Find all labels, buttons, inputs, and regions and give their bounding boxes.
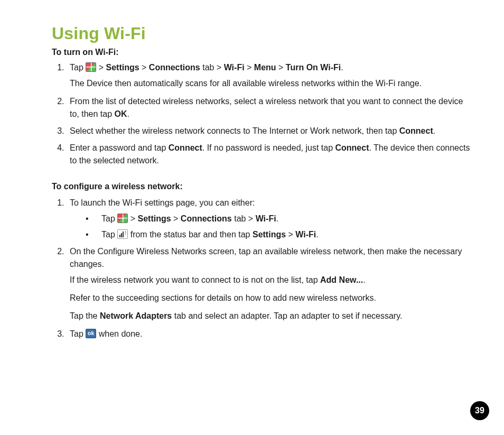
text: Select whether the wireless network conn… bbox=[70, 126, 399, 135]
turn-on-steps: Tap > Settings > Connections tab > Wi-Fi… bbox=[52, 61, 472, 167]
network-adapters-label: Network Adapters bbox=[100, 311, 172, 320]
option-b: Tap from the status bar and then tap Set… bbox=[86, 228, 472, 241]
text: > bbox=[128, 214, 137, 223]
nav-wifi: Wi-Fi bbox=[224, 63, 245, 72]
text: Tap bbox=[70, 329, 86, 338]
page-number-badge: 39 bbox=[470, 401, 489, 420]
text: . bbox=[127, 109, 129, 118]
cfg-step-2: On the Configure Wireless Networks scree… bbox=[67, 245, 472, 322]
nav-menu: Menu bbox=[254, 63, 276, 72]
section-turn-on-heading: To turn on Wi-Fi: bbox=[52, 48, 472, 57]
text: Refer to the succeeding sections for det… bbox=[70, 292, 472, 304]
nav-settings: Settings bbox=[253, 230, 286, 239]
text: Tap bbox=[101, 214, 117, 223]
signal-icon bbox=[117, 229, 128, 239]
step-2: From the list of detected wireless netwo… bbox=[67, 95, 472, 121]
cfg-step-3: Tap when done. bbox=[67, 328, 472, 340]
text: . bbox=[276, 214, 278, 223]
nav-wifi: Wi-Fi bbox=[256, 214, 276, 223]
text: > bbox=[96, 63, 106, 72]
nav-wifi: Wi-Fi bbox=[295, 230, 316, 239]
manual-page: Using Wi-Fi To turn on Wi-Fi: Tap > Sett… bbox=[0, 0, 504, 340]
page-title: Using Wi-Fi bbox=[52, 24, 472, 43]
connect-label: Connect bbox=[169, 143, 202, 152]
step-3: Select whether the wireless network conn… bbox=[67, 125, 472, 137]
option-a: Tap > Settings > Connections tab > Wi-Fi… bbox=[86, 212, 472, 225]
text: tab > bbox=[200, 63, 224, 72]
step-1-note: The Device then automatically scans for … bbox=[70, 77, 472, 90]
text: On the Configure Wireless Networks scree… bbox=[70, 247, 462, 269]
text: > bbox=[245, 63, 254, 72]
text: If the wireless network you want to conn… bbox=[70, 275, 320, 284]
text: > bbox=[276, 63, 286, 72]
text: . bbox=[316, 230, 318, 239]
ok-label: OK bbox=[115, 109, 127, 118]
connect-label: Connect bbox=[335, 143, 369, 152]
nav-connections: Connections bbox=[149, 63, 200, 72]
text: Enter a password and tap bbox=[70, 143, 169, 152]
add-new-label: Add New... bbox=[320, 275, 363, 284]
text: > bbox=[171, 214, 181, 223]
text: To launch the Wi-Fi settings page, you c… bbox=[70, 198, 255, 207]
text: . bbox=[363, 275, 365, 284]
ok-icon bbox=[86, 329, 96, 338]
configure-steps: To launch the Wi-Fi settings page, you c… bbox=[52, 197, 472, 340]
nav-settings: Settings bbox=[137, 214, 171, 223]
text: from the status bar and then tap bbox=[128, 230, 253, 239]
text: Tap bbox=[101, 230, 117, 239]
start-icon bbox=[117, 214, 128, 223]
cfg-step-1: To launch the Wi-Fi settings page, you c… bbox=[67, 197, 472, 241]
nav-turn-on: Turn On Wi-Fi bbox=[286, 63, 341, 72]
text: > bbox=[286, 230, 295, 239]
text: > bbox=[139, 63, 149, 72]
text: tab > bbox=[232, 214, 256, 223]
step-4: Enter a password and tap Connect. If no … bbox=[67, 142, 472, 167]
start-icon bbox=[86, 62, 96, 72]
connect-label: Connect bbox=[399, 126, 433, 135]
text: . If no password is needed, just tap bbox=[202, 143, 335, 152]
text: . bbox=[433, 126, 435, 135]
cfg-step-1-options: Tap > Settings > Connections tab > Wi-Fi… bbox=[70, 212, 472, 241]
text: Tap bbox=[70, 63, 86, 72]
step-1: Tap > Settings > Connections tab > Wi-Fi… bbox=[67, 61, 472, 90]
nav-settings: Settings bbox=[106, 63, 139, 72]
text: tab and select an adapter. Tap an adapte… bbox=[172, 311, 402, 320]
section-configure-heading: To configure a wireless network: bbox=[52, 182, 472, 191]
nav-connections: Connections bbox=[181, 214, 232, 223]
text: Tap the bbox=[70, 311, 100, 320]
text: . bbox=[341, 63, 343, 72]
text: when done. bbox=[96, 329, 142, 338]
